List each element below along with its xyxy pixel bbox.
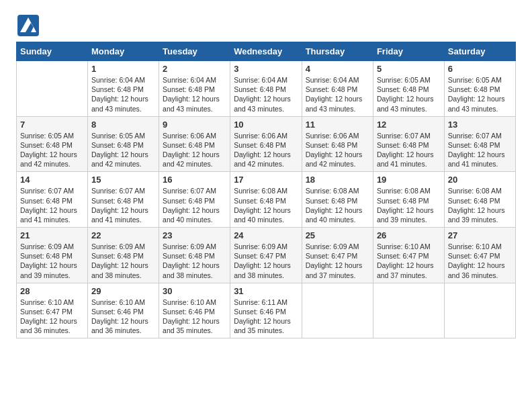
day-info: Sunrise: 6:06 AM Sunset: 6:48 PM Dayligh… — [234, 131, 298, 169]
calendar-cell — [17, 61, 88, 117]
day-info: Sunrise: 6:04 AM Sunset: 6:48 PM Dayligh… — [234, 75, 298, 113]
day-info: Sunrise: 6:05 AM Sunset: 6:48 PM Dayligh… — [20, 131, 84, 169]
calendar-cell: 31Sunrise: 6:11 AM Sunset: 6:46 PM Dayli… — [230, 283, 302, 338]
calendar-cell: 1Sunrise: 6:04 AM Sunset: 6:48 PM Daylig… — [88, 61, 159, 117]
day-number: 25 — [306, 230, 369, 240]
calendar-cell: 6Sunrise: 6:05 AM Sunset: 6:48 PM Daylig… — [444, 61, 515, 117]
calendar-cell: 11Sunrise: 6:06 AM Sunset: 6:48 PM Dayli… — [302, 116, 373, 172]
calendar-week-row: 1Sunrise: 6:04 AM Sunset: 6:48 PM Daylig… — [17, 61, 516, 117]
calendar-cell — [444, 283, 515, 338]
day-number: 12 — [377, 120, 441, 130]
day-number: 19 — [377, 175, 441, 185]
calendar-cell: 29Sunrise: 6:10 AM Sunset: 6:46 PM Dayli… — [88, 283, 159, 338]
header-monday: Monday — [88, 42, 159, 61]
day-info: Sunrise: 6:05 AM Sunset: 6:48 PM Dayligh… — [448, 75, 512, 113]
header-wednesday: Wednesday — [230, 42, 302, 61]
calendar-cell: 3Sunrise: 6:04 AM Sunset: 6:48 PM Daylig… — [230, 61, 302, 117]
day-number: 18 — [306, 175, 369, 185]
day-number: 15 — [91, 175, 155, 185]
calendar-cell: 14Sunrise: 6:07 AM Sunset: 6:48 PM Dayli… — [17, 172, 88, 228]
page-header — [16, 13, 516, 38]
day-number: 31 — [234, 286, 298, 296]
day-info: Sunrise: 6:07 AM Sunset: 6:48 PM Dayligh… — [20, 186, 84, 224]
day-number: 1 — [91, 64, 155, 74]
calendar-cell: 13Sunrise: 6:07 AM Sunset: 6:48 PM Dayli… — [444, 116, 515, 172]
day-number: 9 — [163, 120, 226, 130]
day-number: 14 — [20, 175, 84, 185]
day-number: 13 — [448, 120, 512, 130]
calendar-cell: 8Sunrise: 6:05 AM Sunset: 6:48 PM Daylig… — [88, 116, 159, 172]
calendar-cell: 20Sunrise: 6:08 AM Sunset: 6:48 PM Dayli… — [444, 172, 515, 228]
day-number: 24 — [234, 230, 298, 240]
day-info: Sunrise: 6:08 AM Sunset: 6:48 PM Dayligh… — [306, 186, 369, 224]
calendar-cell: 7Sunrise: 6:05 AM Sunset: 6:48 PM Daylig… — [17, 116, 88, 172]
day-info: Sunrise: 6:11 AM Sunset: 6:46 PM Dayligh… — [234, 298, 298, 336]
day-info: Sunrise: 6:10 AM Sunset: 6:47 PM Dayligh… — [448, 242, 512, 280]
calendar-cell: 24Sunrise: 6:09 AM Sunset: 6:47 PM Dayli… — [230, 228, 302, 283]
day-info: Sunrise: 6:09 AM Sunset: 6:48 PM Dayligh… — [91, 242, 155, 280]
calendar-cell: 10Sunrise: 6:06 AM Sunset: 6:48 PM Dayli… — [230, 116, 302, 172]
day-number: 4 — [306, 64, 369, 74]
day-number: 10 — [234, 120, 298, 130]
day-number: 23 — [163, 230, 226, 240]
day-number: 28 — [20, 286, 84, 296]
header-tuesday: Tuesday — [159, 42, 230, 61]
calendar-header-row: SundayMondayTuesdayWednesdayThursdayFrid… — [17, 42, 516, 61]
day-number: 8 — [91, 120, 155, 130]
header-sunday: Sunday — [17, 42, 88, 61]
calendar-week-row: 7Sunrise: 6:05 AM Sunset: 6:48 PM Daylig… — [17, 116, 516, 172]
day-info: Sunrise: 6:10 AM Sunset: 6:46 PM Dayligh… — [163, 298, 226, 336]
calendar-cell: 28Sunrise: 6:10 AM Sunset: 6:47 PM Dayli… — [17, 283, 88, 338]
day-number: 16 — [163, 175, 226, 185]
day-number: 11 — [306, 120, 369, 130]
day-info: Sunrise: 6:09 AM Sunset: 6:47 PM Dayligh… — [234, 242, 298, 280]
day-info: Sunrise: 6:10 AM Sunset: 6:47 PM Dayligh… — [377, 242, 441, 280]
calendar-cell: 2Sunrise: 6:04 AM Sunset: 6:48 PM Daylig… — [159, 61, 230, 117]
day-number: 27 — [448, 230, 512, 240]
day-number: 20 — [448, 175, 512, 185]
calendar-cell: 18Sunrise: 6:08 AM Sunset: 6:48 PM Dayli… — [302, 172, 373, 228]
calendar-cell: 4Sunrise: 6:04 AM Sunset: 6:48 PM Daylig… — [302, 61, 373, 117]
calendar-week-row: 14Sunrise: 6:07 AM Sunset: 6:48 PM Dayli… — [17, 172, 516, 228]
day-info: Sunrise: 6:06 AM Sunset: 6:48 PM Dayligh… — [306, 131, 369, 169]
day-info: Sunrise: 6:07 AM Sunset: 6:48 PM Dayligh… — [448, 131, 512, 169]
calendar-cell: 12Sunrise: 6:07 AM Sunset: 6:48 PM Dayli… — [373, 116, 444, 172]
day-info: Sunrise: 6:10 AM Sunset: 6:47 PM Dayligh… — [20, 298, 84, 336]
calendar-cell: 16Sunrise: 6:07 AM Sunset: 6:48 PM Dayli… — [159, 172, 230, 228]
day-number: 26 — [377, 230, 441, 240]
day-info: Sunrise: 6:06 AM Sunset: 6:48 PM Dayligh… — [163, 131, 226, 169]
calendar-cell: 25Sunrise: 6:09 AM Sunset: 6:47 PM Dayli… — [302, 228, 373, 283]
day-info: Sunrise: 6:04 AM Sunset: 6:48 PM Dayligh… — [306, 75, 369, 113]
day-number: 29 — [91, 286, 155, 296]
day-number: 30 — [163, 286, 226, 296]
day-info: Sunrise: 6:08 AM Sunset: 6:48 PM Dayligh… — [234, 186, 298, 224]
calendar-cell: 27Sunrise: 6:10 AM Sunset: 6:47 PM Dayli… — [444, 228, 515, 283]
calendar-cell: 22Sunrise: 6:09 AM Sunset: 6:48 PM Dayli… — [88, 228, 159, 283]
logo — [16, 13, 43, 38]
day-number: 2 — [163, 64, 226, 74]
day-number: 17 — [234, 175, 298, 185]
calendar-cell: 21Sunrise: 6:09 AM Sunset: 6:48 PM Dayli… — [17, 228, 88, 283]
header-friday: Friday — [373, 42, 444, 61]
header-thursday: Thursday — [302, 42, 373, 61]
calendar-cell: 5Sunrise: 6:05 AM Sunset: 6:48 PM Daylig… — [373, 61, 444, 117]
header-saturday: Saturday — [444, 42, 515, 61]
day-info: Sunrise: 6:04 AM Sunset: 6:48 PM Dayligh… — [163, 75, 226, 113]
day-info: Sunrise: 6:07 AM Sunset: 6:48 PM Dayligh… — [163, 186, 226, 224]
day-info: Sunrise: 6:07 AM Sunset: 6:48 PM Dayligh… — [377, 131, 441, 169]
day-info: Sunrise: 6:04 AM Sunset: 6:48 PM Dayligh… — [91, 75, 155, 113]
calendar-cell: 30Sunrise: 6:10 AM Sunset: 6:46 PM Dayli… — [159, 283, 230, 338]
calendar-table: SundayMondayTuesdayWednesdayThursdayFrid… — [16, 42, 516, 338]
calendar-cell: 9Sunrise: 6:06 AM Sunset: 6:48 PM Daylig… — [159, 116, 230, 172]
day-info: Sunrise: 6:10 AM Sunset: 6:46 PM Dayligh… — [91, 298, 155, 336]
day-number: 21 — [20, 230, 84, 240]
calendar-week-row: 28Sunrise: 6:10 AM Sunset: 6:47 PM Dayli… — [17, 283, 516, 338]
calendar-cell: 17Sunrise: 6:08 AM Sunset: 6:48 PM Dayli… — [230, 172, 302, 228]
day-info: Sunrise: 6:05 AM Sunset: 6:48 PM Dayligh… — [377, 75, 441, 113]
day-number: 6 — [448, 64, 512, 74]
calendar-cell: 19Sunrise: 6:08 AM Sunset: 6:48 PM Dayli… — [373, 172, 444, 228]
calendar-cell — [373, 283, 444, 338]
calendar-cell: 23Sunrise: 6:09 AM Sunset: 6:48 PM Dayli… — [159, 228, 230, 283]
day-info: Sunrise: 6:05 AM Sunset: 6:48 PM Dayligh… — [91, 131, 155, 169]
calendar-cell — [302, 283, 373, 338]
